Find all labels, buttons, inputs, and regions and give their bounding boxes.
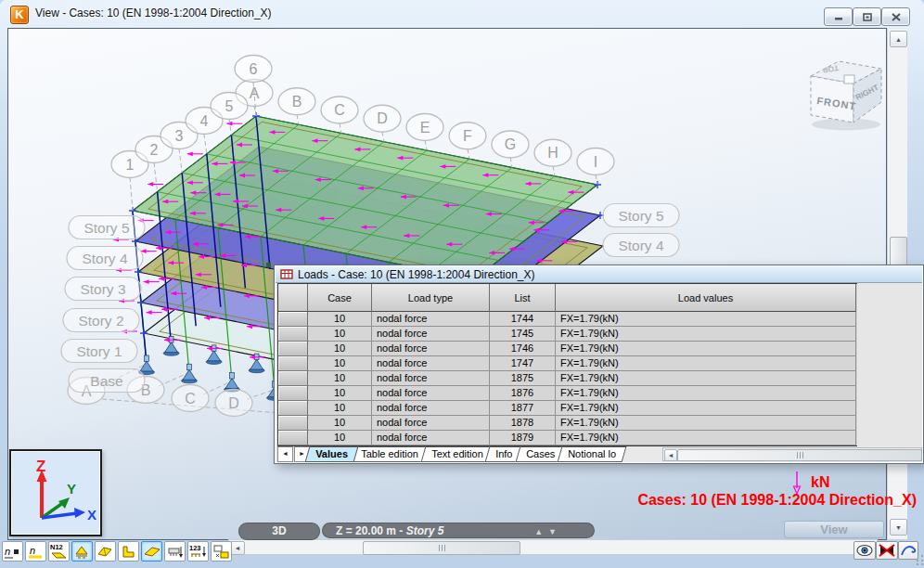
- minimize-button[interactable]: [824, 7, 853, 26]
- row-selector[interactable]: [278, 386, 308, 401]
- cell-load-type[interactable]: nodal force: [372, 416, 490, 431]
- cell-case[interactable]: 10: [308, 356, 372, 371]
- view-cube[interactable]: FRONT RIGHT TOP: [796, 43, 896, 134]
- story-up-down-icons[interactable]: ▲▼: [534, 524, 562, 539]
- scroll-left-button[interactable]: ◄: [230, 541, 245, 555]
- row-selector[interactable]: [278, 356, 308, 371]
- cell-load-values[interactable]: FX=1.79(kN): [556, 312, 856, 327]
- horizontal-scrollbar[interactable]: ◄ ►: [228, 539, 878, 555]
- table-row[interactable]: 10nodal force1878FX=1.79(kN): [278, 416, 857, 431]
- svg-text:6: 6: [250, 61, 258, 77]
- restore-button[interactable]: [853, 7, 881, 26]
- close-button[interactable]: [881, 7, 910, 26]
- tab-notional-lo[interactable]: Notional lo: [557, 446, 626, 462]
- cell-case[interactable]: 10: [308, 386, 372, 401]
- cell-list[interactable]: 1875: [490, 371, 556, 386]
- row-selector[interactable]: [278, 416, 308, 431]
- table-scroll-left-button[interactable]: ◄: [664, 449, 677, 461]
- cell-list[interactable]: 1746: [490, 342, 556, 356]
- loads-table-window[interactable]: Loads - Case: 10 (EN 1998-1:2004 Directi…: [274, 265, 924, 464]
- table-row[interactable]: 10nodal force1746FX=1.79(kN): [278, 342, 857, 356]
- row-selector[interactable]: [278, 312, 308, 327]
- cell-load-type[interactable]: nodal force: [372, 327, 490, 342]
- view-button[interactable]: View: [784, 521, 884, 538]
- svg-text:G: G: [505, 136, 516, 152]
- view-mode-button[interactable]: 3D: [238, 523, 320, 540]
- bar-marks-button[interactable]: n: [25, 541, 46, 562]
- cell-case[interactable]: 10: [308, 342, 372, 356]
- table-row[interactable]: 10nodal force1877FX=1.79(kN): [278, 401, 857, 416]
- story-supports-button[interactable]: [164, 541, 186, 562]
- table-row[interactable]: 10nodal force1875FX=1.79(kN): [278, 371, 857, 386]
- cell-load-type[interactable]: nodal force: [372, 386, 490, 401]
- window-layout-button[interactable]: [211, 541, 232, 562]
- table-horizontal-scrollbar[interactable]: ◄: [662, 447, 922, 461]
- cell-load-type[interactable]: nodal force: [372, 312, 490, 327]
- cell-load-values[interactable]: FX=1.79(kN): [556, 342, 856, 356]
- row-selector[interactable]: [278, 327, 308, 342]
- cell-load-values[interactable]: FX=1.79(kN): [556, 371, 856, 386]
- cell-case[interactable]: 10: [308, 431, 372, 445]
- cell-load-values[interactable]: FX=1.79(kN): [556, 416, 856, 431]
- table-row[interactable]: 10nodal force1879FX=1.79(kN): [278, 431, 857, 445]
- cell-load-values[interactable]: FX=1.79(kN): [556, 386, 856, 401]
- cell-load-type[interactable]: nodal force: [372, 342, 490, 356]
- horizontal-scroll-thumb[interactable]: [363, 541, 520, 555]
- cell-load-type[interactable]: nodal force: [372, 371, 490, 386]
- cell-list[interactable]: 1878: [490, 416, 556, 431]
- dynamic-view-off-button[interactable]: [876, 541, 898, 560]
- loads-window-titlebar[interactable]: Loads - Case: 10 (EN 1998-1:2004 Directi…: [276, 266, 922, 283]
- tab-text-edition[interactable]: Text edition: [420, 446, 494, 462]
- panels-display-button[interactable]: [141, 541, 162, 562]
- section-shapes-button[interactable]: [95, 541, 116, 562]
- cell-case[interactable]: 10: [308, 416, 372, 431]
- cell-load-values[interactable]: FX=1.79(kN): [556, 327, 856, 342]
- tab-values[interactable]: Values: [305, 446, 359, 462]
- cell-list[interactable]: 1876: [490, 386, 556, 401]
- cell-list[interactable]: 1745: [490, 327, 556, 342]
- header-selector[interactable]: [278, 284, 308, 312]
- axis-indicator: Z Y X: [9, 449, 102, 536]
- table-scroll-thumb[interactable]: [677, 449, 922, 461]
- table-row[interactable]: 10nodal force1876FX=1.79(kN): [278, 386, 857, 401]
- cell-case[interactable]: 10: [308, 312, 372, 327]
- cell-list[interactable]: 1747: [490, 356, 556, 371]
- cell-list[interactable]: 1744: [490, 312, 556, 327]
- cell-list[interactable]: 1877: [490, 401, 556, 416]
- panel-numbers-button[interactable]: N12: [48, 541, 70, 562]
- row-selector[interactable]: [278, 371, 308, 386]
- row-selector[interactable]: [278, 342, 308, 356]
- node-marks-button[interactable]: n: [2, 541, 23, 562]
- load-values-display-button[interactable]: 123: [187, 541, 209, 562]
- tab-scroll-left[interactable]: ◄: [277, 446, 293, 462]
- cell-list[interactable]: 1879: [490, 431, 556, 445]
- table-row[interactable]: 10nodal force1745FX=1.79(kN): [278, 327, 857, 342]
- cell-load-values[interactable]: FX=1.79(kN): [556, 356, 856, 371]
- cell-load-type[interactable]: nodal force: [372, 431, 490, 445]
- cell-case[interactable]: 10: [308, 371, 372, 386]
- cell-load-values[interactable]: FX=1.79(kN): [556, 401, 856, 416]
- column-header-case[interactable]: Case: [308, 284, 372, 312]
- cell-case[interactable]: 10: [308, 327, 372, 342]
- column-header-list[interactable]: List: [490, 284, 556, 312]
- tab-table-edition[interactable]: Table edition: [350, 446, 429, 462]
- resize-grip[interactable]: [915, 554, 924, 565]
- profile-shapes-button[interactable]: [118, 541, 139, 562]
- row-selector[interactable]: [278, 401, 308, 416]
- cell-case[interactable]: 10: [308, 401, 372, 416]
- table-row[interactable]: 10nodal force1744FX=1.79(kN): [278, 312, 857, 327]
- vertical-scroll-thumb[interactable]: [890, 237, 907, 268]
- cell-load-type[interactable]: nodal force: [372, 356, 490, 371]
- scroll-down-button[interactable]: ▼: [890, 519, 907, 536]
- row-selector[interactable]: [278, 431, 308, 445]
- cell-load-values[interactable]: FX=1.79(kN): [556, 431, 856, 445]
- viewcube-corner[interactable]: [844, 75, 854, 84]
- title-bar[interactable]: K View - Cases: 10 (EN 1998-1:2004 Direc…: [0, 0, 924, 28]
- elevation-selector[interactable]: Z = 20.00 m - Story 5 ▲▼: [322, 523, 595, 538]
- cell-load-type[interactable]: nodal force: [372, 401, 490, 416]
- column-header-load-values[interactable]: Load values: [556, 284, 856, 312]
- view-visibility-button[interactable]: [853, 541, 876, 560]
- table-row[interactable]: 10nodal force1747FX=1.79(kN): [278, 356, 857, 371]
- column-header-load-type[interactable]: Load type: [372, 284, 490, 312]
- supports-display-button[interactable]: [71, 541, 93, 562]
